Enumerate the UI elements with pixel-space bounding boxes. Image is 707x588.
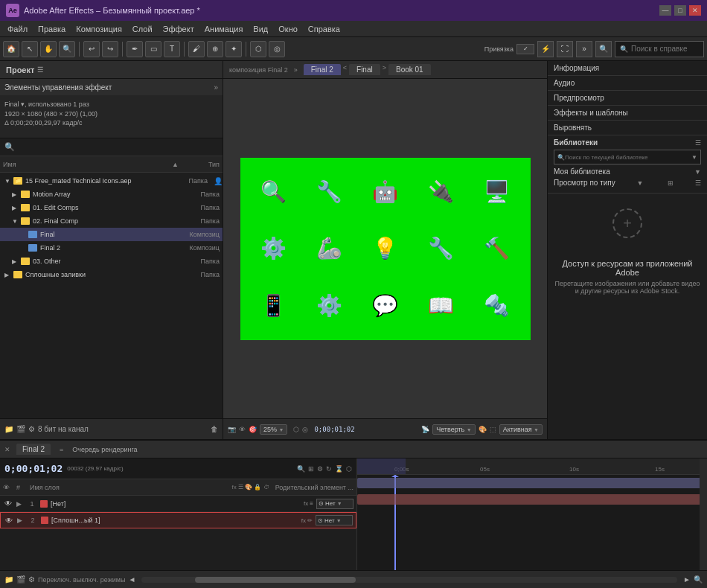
home-tool[interactable]: 🏠 [3, 41, 19, 57]
tree-row[interactable]: ▶ 03. Other Папка [0, 255, 223, 268]
tl-arrow-right[interactable]: ► [683, 575, 691, 584]
tl-btn-2[interactable]: 🎬 [16, 575, 25, 584]
shape-tool[interactable]: ▭ [145, 41, 161, 57]
audio-section[interactable]: Аудио [548, 76, 707, 91]
search-layer-btn[interactable]: 🔍 [297, 465, 305, 473]
create-folder-btn[interactable]: 📁 [4, 425, 13, 433]
playhead[interactable] [394, 475, 396, 570]
search-help-input[interactable] [631, 45, 698, 53]
snap-toggle[interactable]: ✓ [516, 44, 534, 54]
library-menu[interactable]: ☰ [695, 139, 701, 147]
layer-motion-btn[interactable]: ≡ [310, 500, 313, 507]
tl-btn-3[interactable]: ⚙ [28, 575, 35, 584]
timecode-btn1[interactable]: ⊞ [308, 465, 314, 473]
layer-paint-btn[interactable]: ✏ [307, 517, 313, 524]
nav-left[interactable]: < [343, 64, 347, 75]
tl-arrow-left[interactable]: ◄ [128, 575, 135, 584]
tree-row[interactable]: ▶ 01. Edit Comps Папка [0, 201, 223, 214]
menu-edit[interactable]: Правка [33, 23, 70, 35]
library-dropdown-arrow[interactable]: ▼ [694, 168, 701, 176]
menu-layer[interactable]: Слой [128, 23, 157, 35]
layer-fx-btn[interactable]: fx [304, 500, 308, 507]
viewer-ctrl-icon6[interactable]: 📡 [421, 426, 429, 433]
viewer-ctrl-icon5[interactable]: ◎ [302, 426, 308, 433]
menu-anim[interactable]: Анимация [200, 23, 248, 35]
tree-row[interactable]: ▶ Motion Array Папка [0, 188, 223, 201]
layer-expand[interactable]: ▶ [17, 517, 25, 524]
expand-arrow[interactable]: ▶ [12, 258, 19, 265]
info-section[interactable]: Информация [548, 61, 707, 76]
extra-btn-1[interactable]: ⚡ [537, 41, 554, 57]
render-queue-label[interactable]: Очередь рендеринга [72, 446, 137, 453]
add-resource-button[interactable]: + [612, 208, 642, 238]
library-search[interactable]: 🔍 ▼ [554, 150, 701, 164]
layer-fx-btn[interactable]: fx [301, 517, 306, 524]
search-icon[interactable]: 🔍 [595, 41, 612, 57]
tree-row[interactable]: ▼ 📁 15 Free_mated Technical Icons.aep Па… [0, 174, 223, 188]
viewer-ctrl-icon2[interactable]: 👁 [239, 426, 246, 433]
timecode-btn3[interactable]: ↻ [326, 465, 332, 473]
zoom-select[interactable]: 25% ▼ [260, 424, 287, 435]
view-dropdown[interactable]: ▼ [637, 179, 644, 187]
orbit-tool[interactable]: ◎ [269, 41, 285, 57]
expand-arrow[interactable]: ▼ [12, 218, 19, 225]
timecode-btn2[interactable]: ⚙ [317, 465, 323, 473]
minimize-button[interactable]: — [659, 5, 671, 16]
project-search[interactable]: 🔍 [0, 138, 223, 156]
preview-section[interactable]: Предпросмотр [548, 91, 707, 106]
cam-tool[interactable]: ⬡ [250, 41, 266, 57]
menu-view[interactable]: Вид [249, 23, 272, 35]
tree-row[interactable]: Final 2 Композиц [0, 241, 223, 255]
close-button[interactable]: ✕ [689, 5, 701, 16]
expand-arrow[interactable]: ▶ [4, 272, 12, 278]
menu-file[interactable]: Файл [3, 23, 32, 35]
rotate-tool[interactable]: ↩ [83, 41, 100, 57]
menu-window[interactable]: Окно [274, 23, 302, 35]
grid-view-btn[interactable]: ⊞ [668, 179, 674, 187]
viewer-ctrl-icon7[interactable]: 🎨 [479, 426, 487, 433]
lib-search-dropdown[interactable]: ▼ [691, 154, 697, 161]
hand-tool[interactable]: ✋ [40, 41, 57, 57]
timeline-scroll[interactable] [141, 577, 677, 583]
layer-expand[interactable]: ▶ [16, 500, 24, 508]
parent-dropdown[interactable]: ⊙ Нет ▼ [316, 515, 353, 525]
elements-expand[interactable]: » [214, 83, 218, 92]
tab-final[interactable]: Final [349, 64, 380, 75]
project-menu[interactable]: ☰ [37, 66, 43, 74]
vertical-scrollbar[interactable] [700, 458, 707, 570]
col-sort[interactable]: ▲ [172, 161, 179, 168]
tree-row[interactable]: ▼ 02. Final Comp Папка [0, 214, 223, 228]
timecode-btn5[interactable]: ⬡ [346, 465, 352, 473]
zoom-tool[interactable]: 🔍 [59, 41, 75, 57]
extra-btn-2[interactable]: ⛶ [557, 41, 573, 57]
layer-visibility-btn[interactable]: 👁 [4, 515, 14, 525]
tl-btn-1[interactable]: 📁 [4, 575, 13, 584]
active-select[interactable]: Активная ▼ [499, 424, 543, 435]
select-tool[interactable]: ↖ [22, 41, 38, 57]
tab-book01[interactable]: Book 01 [388, 64, 431, 75]
expand-arrow[interactable]: ▶ [12, 191, 19, 198]
menu-comp[interactable]: Композиция [71, 23, 127, 35]
delete-btn[interactable]: 🗑 [211, 425, 218, 433]
undo-tool[interactable]: ↪ [102, 41, 118, 57]
layer-row-highlighted[interactable]: 👁 ▶ 2 [Сплошн...ый 1] fx ✏ ⊙ Нет ▼ [0, 512, 356, 528]
timecode-btn4[interactable]: ⌛ [335, 465, 343, 473]
nav-right[interactable]: > [383, 64, 386, 75]
quality-select[interactable]: Четверть ▼ [432, 424, 476, 435]
tree-row[interactable]: ▶ Сплошные заливки Папка [0, 268, 223, 281]
expand-icon[interactable]: » [294, 66, 298, 74]
layer-visibility-btn[interactable]: 👁 [3, 499, 13, 509]
timeline-close[interactable]: ✕ [4, 446, 10, 453]
expand-arrow[interactable]: ▶ [12, 205, 19, 211]
text-tool[interactable]: T [164, 41, 180, 57]
viewer-ctrl-icon8[interactable]: ⬚ [490, 426, 496, 433]
puppet-tool[interactable]: ✦ [225, 41, 242, 57]
maximize-button[interactable]: □ [674, 5, 686, 16]
search-help-field[interactable]: 🔍 [615, 41, 704, 57]
parent-dropdown-arrow[interactable]: ▼ [337, 501, 342, 506]
pen-tool[interactable]: ✒ [127, 41, 143, 57]
align-section[interactable]: Выровнять [548, 121, 707, 135]
timeline-scroll-thumb[interactable] [195, 577, 356, 583]
viewer-ctrl-icon4[interactable]: ⬡ [293, 426, 299, 433]
parent-dropdown-arrow[interactable]: ▼ [336, 518, 342, 523]
